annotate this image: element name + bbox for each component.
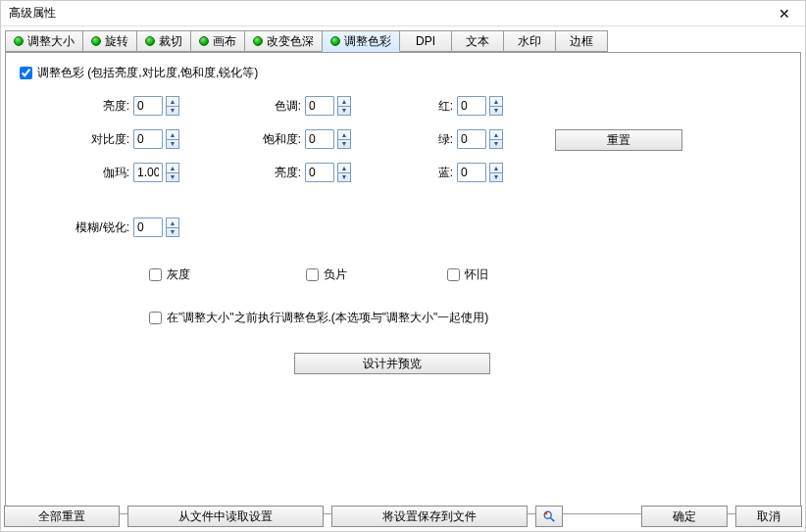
before-resize-label: 在"调整大小"之前执行调整色彩.(本选项与"调整大小"一起使用)	[167, 310, 488, 326]
status-dot-icon	[253, 36, 263, 46]
tab-watermark[interactable]: 水印	[503, 30, 556, 52]
red-spinner[interactable]: ▲▼	[457, 96, 503, 116]
brightness2-input[interactable]	[305, 163, 334, 182]
cancel-label: 取消	[757, 508, 781, 525]
arrow-down-icon[interactable]: ▼	[490, 107, 502, 116]
status-dot-icon	[14, 36, 24, 46]
arrow-up-icon[interactable]: ▲	[167, 218, 178, 228]
blur-sharpen-spinner[interactable]: ▲▼	[133, 218, 179, 237]
tab-canvas[interactable]: 画布	[190, 30, 245, 52]
tab-rotate[interactable]: 旋转	[82, 30, 137, 52]
enable-adjust-label: 调整色彩 (包括亮度,对比度,饱和度,锐化等)	[37, 65, 258, 81]
spinner-arrows[interactable]: ▲▼	[166, 163, 179, 182]
grayscale-input[interactable]	[149, 268, 162, 281]
arrow-up-icon[interactable]: ▲	[338, 130, 350, 140]
arrow-up-icon[interactable]: ▲	[338, 164, 350, 173]
svg-rect-2	[545, 512, 548, 515]
arrow-up-icon[interactable]: ▲	[338, 97, 350, 107]
preview-button[interactable]: 设计并预览	[294, 353, 490, 374]
blur-sharpen-label: 模糊/锐化:	[65, 219, 133, 236]
arrow-up-icon[interactable]: ▲	[490, 130, 502, 140]
svg-line-1	[551, 518, 555, 522]
spinner-arrows[interactable]: ▲▼	[489, 163, 503, 182]
status-dot-icon	[91, 36, 101, 46]
before-resize-input[interactable]	[149, 312, 162, 324]
arrow-up-icon[interactable]: ▲	[167, 97, 178, 107]
spinner-arrows[interactable]: ▲▼	[166, 218, 179, 237]
enable-adjust-input[interactable]	[20, 67, 32, 79]
arrow-up-icon[interactable]: ▲	[490, 164, 502, 173]
arrow-down-icon[interactable]: ▼	[490, 140, 502, 149]
reset-button[interactable]: 重置	[555, 129, 682, 151]
preview-icon-button[interactable]	[535, 506, 563, 527]
tab-border[interactable]: 边框	[555, 30, 608, 52]
arrow-down-icon[interactable]: ▼	[167, 140, 178, 149]
negative-checkbox[interactable]: 负片	[306, 266, 347, 283]
status-dot-icon	[330, 36, 340, 46]
close-button[interactable]: ✕	[770, 6, 799, 22]
brightness-spinner[interactable]: ▲▼	[133, 96, 179, 116]
tab-strip: 调整大小 旋转 裁切 画布 改变色深 调整色彩 DPI 文本 水印 边框	[5, 30, 801, 52]
hue-spinner[interactable]: ▲▼	[305, 96, 351, 116]
tab-dpi[interactable]: DPI	[399, 30, 452, 52]
gamma-input[interactable]	[133, 163, 163, 182]
spinner-arrows[interactable]: ▲▼	[489, 129, 503, 149]
brightness2-spinner[interactable]: ▲▼	[305, 163, 351, 182]
sepia-checkbox[interactable]: 怀旧	[447, 266, 488, 283]
arrow-down-icon[interactable]: ▼	[338, 107, 350, 116]
gamma-label: 伽玛:	[65, 165, 133, 181]
arrow-down-icon[interactable]: ▼	[338, 140, 350, 149]
saturation-spinner[interactable]: ▲▼	[305, 129, 351, 149]
grayscale-label: 灰度	[167, 266, 190, 283]
status-dot-icon	[199, 36, 209, 46]
red-input[interactable]	[457, 96, 486, 116]
hue-input[interactable]	[305, 96, 334, 116]
contrast-input[interactable]	[133, 129, 163, 149]
negative-input[interactable]	[306, 268, 319, 281]
grayscale-checkbox[interactable]: 灰度	[149, 266, 190, 283]
tab-color-depth[interactable]: 改变色深	[244, 30, 323, 52]
cancel-button[interactable]: 取消	[735, 506, 802, 527]
sepia-input[interactable]	[447, 268, 460, 281]
spinner-arrows[interactable]: ▲▼	[337, 96, 351, 116]
load-settings-label: 从文件中读取设置	[178, 508, 273, 525]
tab-label: 文本	[466, 33, 489, 50]
green-input[interactable]	[457, 129, 486, 149]
tab-resize[interactable]: 调整大小	[5, 30, 83, 52]
before-resize-checkbox[interactable]: 在"调整大小"之前执行调整色彩.(本选项与"调整大小"一起使用)	[149, 310, 488, 326]
brightness2-label: 亮度:	[236, 165, 305, 181]
ok-button[interactable]: 确定	[641, 506, 728, 527]
arrow-down-icon[interactable]: ▼	[167, 173, 178, 182]
blue-spinner[interactable]: ▲▼	[457, 163, 503, 182]
green-spinner[interactable]: ▲▼	[457, 129, 503, 149]
blur-sharpen-input[interactable]	[133, 218, 163, 237]
brightness-input[interactable]	[133, 96, 163, 116]
gamma-spinner[interactable]: ▲▼	[133, 163, 179, 182]
negative-label: 负片	[324, 266, 347, 283]
arrow-down-icon[interactable]: ▼	[167, 107, 178, 116]
enable-adjust-checkbox[interactable]: 调整色彩 (包括亮度,对比度,饱和度,锐化等)	[20, 65, 258, 81]
contrast-spinner[interactable]: ▲▼	[133, 129, 179, 149]
save-settings-button[interactable]: 将设置保存到文件	[331, 506, 528, 527]
tab-text[interactable]: 文本	[451, 30, 504, 52]
spinner-arrows[interactable]: ▲▼	[337, 129, 351, 149]
spinner-arrows[interactable]: ▲▼	[489, 96, 503, 116]
saturation-label: 饱和度:	[236, 131, 305, 148]
arrow-up-icon[interactable]: ▲	[490, 97, 502, 107]
load-settings-button[interactable]: 从文件中读取设置	[127, 506, 324, 527]
tab-label: 调整色彩	[344, 33, 391, 50]
arrow-up-icon[interactable]: ▲	[167, 130, 178, 140]
arrow-down-icon[interactable]: ▼	[490, 173, 502, 182]
tab-crop[interactable]: 裁切	[136, 30, 191, 52]
arrow-down-icon[interactable]: ▼	[338, 173, 350, 182]
spinner-arrows[interactable]: ▲▼	[166, 96, 179, 116]
spinner-arrows[interactable]: ▲▼	[337, 163, 351, 182]
reset-all-button[interactable]: 全部重置	[4, 506, 120, 527]
tab-adjust-color[interactable]: 调整色彩	[322, 30, 400, 52]
spinner-arrows[interactable]: ▲▼	[166, 129, 179, 149]
saturation-input[interactable]	[305, 129, 334, 149]
magnifier-icon	[542, 509, 556, 523]
blue-input[interactable]	[457, 163, 486, 182]
arrow-down-icon[interactable]: ▼	[167, 228, 178, 237]
arrow-up-icon[interactable]: ▲	[167, 164, 178, 173]
